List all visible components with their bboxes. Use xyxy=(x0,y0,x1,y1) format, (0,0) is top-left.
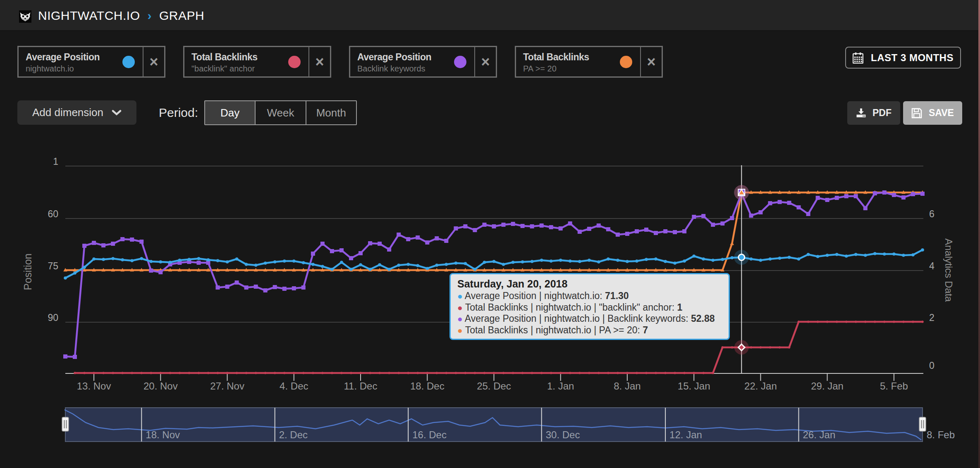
svg-text:2: 2 xyxy=(929,312,935,323)
svg-text:8. Jan: 8. Jan xyxy=(614,380,641,392)
svg-text:4. Dec: 4. Dec xyxy=(280,380,308,392)
svg-text:27. Nov: 27. Nov xyxy=(210,380,244,392)
svg-text:1. Jan: 1. Jan xyxy=(547,380,574,392)
svg-text:11. Dec: 11. Dec xyxy=(344,380,378,392)
svg-text:18. Nov: 18. Nov xyxy=(146,429,180,440)
svg-text:12. Jan: 12. Jan xyxy=(669,429,702,440)
svg-text:0: 0 xyxy=(929,360,935,371)
svg-text:15. Jan: 15. Jan xyxy=(678,380,710,392)
svg-text:18. Dec: 18. Dec xyxy=(410,380,445,392)
svg-text:13. Nov: 13. Nov xyxy=(77,380,111,392)
svg-text:60: 60 xyxy=(48,209,58,219)
svg-text:20. Nov: 20. Nov xyxy=(143,380,178,392)
svg-text:Position: Position xyxy=(22,254,33,290)
svg-text:25. Dec: 25. Dec xyxy=(477,380,511,392)
svg-text:Analytics Data: Analytics Data xyxy=(943,238,954,302)
svg-text:26. Jan: 26. Jan xyxy=(803,429,836,440)
svg-text:5. Feb: 5. Feb xyxy=(880,380,908,392)
svg-text:6: 6 xyxy=(929,209,935,219)
svg-text:2. Dec: 2. Dec xyxy=(279,429,308,440)
svg-text:29. Jan: 29. Jan xyxy=(811,380,844,392)
svg-text:4: 4 xyxy=(929,261,935,271)
svg-text:75: 75 xyxy=(48,261,58,271)
svg-text:16. Dec: 16. Dec xyxy=(412,429,447,440)
svg-text:30. Dec: 30. Dec xyxy=(546,429,580,440)
svg-text:90: 90 xyxy=(48,312,58,323)
svg-text:8. Feb: 8. Feb xyxy=(927,429,955,440)
svg-text:22. Jan: 22. Jan xyxy=(744,380,777,392)
svg-text:1: 1 xyxy=(53,156,58,167)
